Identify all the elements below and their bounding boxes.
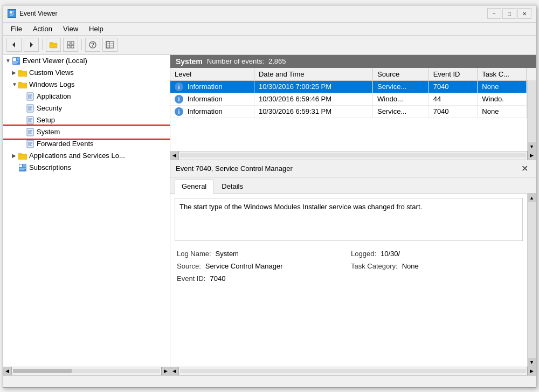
tree-item-root[interactable]: ▼ Event Viewer (Local) [3, 55, 170, 67]
col-eventid[interactable]: Event ID [429, 68, 478, 81]
status-text [8, 377, 9, 385]
tree-panel[interactable]: ▼ Event Viewer (Local) ▶ [3, 55, 170, 375]
detail-vertical-scrollbar[interactable]: ▲ ▼ [527, 194, 536, 367]
tree-scroll-right[interactable]: ▶ [161, 367, 170, 375]
detail-horizontal-scrollbar[interactable]: ◀ ▶ [170, 367, 536, 375]
tree-item-system[interactable]: ▶ System [3, 126, 170, 138]
scroll-down-btn[interactable]: ▼ [528, 142, 536, 151]
tree-item-app-services[interactable]: ▶ Applications and Services Lo... [3, 150, 170, 162]
col-datetime[interactable]: Date and Time [254, 68, 372, 81]
hscroll-right-btn[interactable]: ▶ [527, 151, 536, 160]
events-table: Level Date and Time Source Event ID Task… [170, 68, 536, 118]
info-icon: i [175, 82, 183, 91]
menu-help[interactable]: Help [84, 24, 109, 34]
tree-item-security[interactable]: ▶ Security [3, 102, 170, 114]
col-task[interactable]: Task C... [478, 68, 527, 81]
detail-field-logname: Log Name: System [175, 247, 349, 260]
table-row[interactable]: i Information 10/30/2016 6:59:31 PM Serv… [170, 105, 536, 118]
statusbar [3, 375, 536, 387]
system-log-icon [26, 128, 34, 136]
events-table-wrapper[interactable]: Level Date and Time Source Event ID Task… [170, 68, 536, 151]
view-button[interactable] [102, 38, 118, 52]
cell-source: Service... [373, 105, 429, 118]
tree-security-label: Security [37, 104, 62, 112]
app-services-icon [18, 152, 27, 160]
tree-custom-views-label: Custom Views [29, 68, 74, 77]
detail-hscroll-track [180, 369, 526, 373]
detail-hscroll-right[interactable]: ▶ [527, 367, 536, 375]
col-source[interactable]: Source [373, 68, 429, 81]
expand-arrow-windows-logs: ▼ [12, 81, 18, 87]
subscriptions-icon [18, 163, 27, 172]
tree-item-windows-logs[interactable]: ▼ Windows Logs [3, 79, 170, 91]
cell-task: Windo. [478, 93, 527, 105]
security-log-icon [26, 104, 34, 113]
col-scroll-spacer [527, 68, 536, 81]
menu-file[interactable]: File [5, 24, 27, 34]
hscroll-track [180, 153, 526, 157]
app-icon [8, 9, 16, 18]
svg-rect-13 [67, 45, 70, 48]
svg-rect-17 [106, 42, 114, 48]
minimize-button[interactable]: − [487, 8, 501, 19]
detail-content[interactable]: The start type of the Windows Modules In… [170, 194, 536, 367]
detail-field-eventid: Event ID: 7040 [175, 272, 349, 285]
menu-view[interactable]: View [58, 24, 84, 34]
menu-action[interactable]: Action [27, 24, 58, 34]
toolbar: ? [3, 36, 536, 55]
table-row[interactable]: i Information 10/30/2016 6:59:46 PM Wind… [170, 93, 536, 105]
grid-button[interactable] [63, 38, 78, 52]
svg-rect-1 [10, 11, 12, 13]
detail-hscroll-left[interactable]: ◀ [170, 367, 179, 375]
tree-root-label: Event Viewer (Local) [23, 57, 87, 65]
folder-button[interactable] [46, 38, 61, 52]
tree-scroll-left[interactable]: ◀ [3, 367, 12, 375]
detail-body: The start type of the Windows Modules In… [170, 194, 536, 375]
svg-rect-49 [27, 128, 33, 136]
tree-system-label: System [37, 128, 60, 136]
maximize-button[interactable]: □ [502, 8, 516, 19]
col-level[interactable]: Level [170, 68, 254, 81]
svg-rect-44 [27, 116, 33, 124]
svg-rect-3 [12, 13, 14, 13]
svg-rect-63 [19, 164, 22, 167]
tree-scroll-track [13, 369, 160, 373]
svg-rect-4 [10, 14, 14, 15]
events-count: 2,865 [268, 57, 286, 65]
tree-item-custom-views[interactable]: ▶ Custom Views [3, 67, 170, 79]
svg-rect-14 [71, 45, 74, 48]
tree-item-application[interactable]: ▶ Application [3, 91, 170, 102]
svg-rect-18 [106, 42, 109, 48]
svg-rect-12 [71, 42, 74, 44]
tree-item-forwarded-events[interactable]: ▶ Forwarded Events [3, 138, 170, 150]
table-row[interactable]: i Information 10/30/2016 7:00:25 PM Serv… [170, 80, 536, 93]
custom-views-icon [18, 68, 27, 77]
cell-task: None [478, 105, 527, 118]
help-button[interactable]: ? [85, 38, 100, 52]
cell-source: Windo... [373, 93, 429, 105]
close-button[interactable]: ✕ [517, 8, 531, 19]
windows-logs-icon [18, 80, 27, 89]
forward-button[interactable] [24, 38, 39, 52]
events-horizontal-scrollbar[interactable]: ◀ ▶ [170, 151, 536, 160]
tree-horizontal-scrollbar[interactable]: ◀ ▶ [3, 367, 170, 375]
detail-field-logged: Logged: 10/30/ [349, 247, 523, 260]
detail-scroll-down[interactable]: ▼ [528, 358, 536, 367]
svg-marker-6 [12, 42, 15, 47]
hscroll-left-btn[interactable]: ◀ [170, 151, 179, 160]
tab-general[interactable]: General [175, 180, 213, 194]
tree-item-subscriptions[interactable]: ▶ Subscriptions [3, 162, 170, 174]
detail-close-button[interactable]: ✕ [519, 163, 530, 174]
svg-rect-2 [12, 11, 14, 12]
detail-scroll-up[interactable]: ▲ [528, 194, 536, 202]
right-panel: System Number of events: 2,865 Level Dat… [170, 55, 536, 375]
tree-item-setup[interactable]: ▶ Setup [3, 114, 170, 126]
expand-arrow-root: ▼ [5, 58, 12, 64]
tree-app-services-label: Applications and Services Lo... [29, 152, 125, 160]
cell-datetime: 10/30/2016 7:00:25 PM [254, 80, 372, 93]
detail-tabs: General Details [170, 177, 536, 194]
main-content: ▼ Event Viewer (Local) ▶ [3, 55, 536, 375]
tab-details[interactable]: Details [215, 180, 250, 193]
detail-fields: Log Name: System Logged: 10/30/ Source: … [170, 245, 527, 287]
back-button[interactable] [6, 38, 22, 52]
